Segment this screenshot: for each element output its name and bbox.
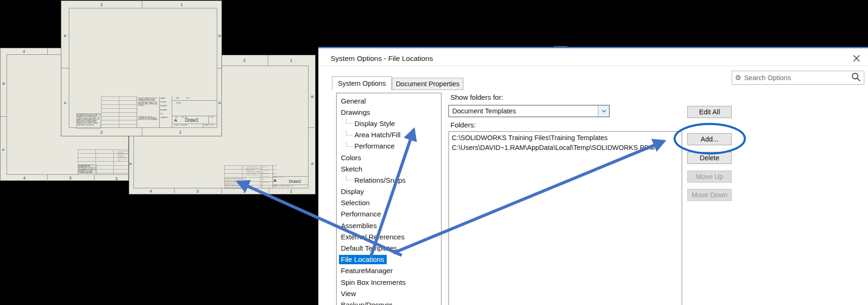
tree-elbow xyxy=(346,176,353,180)
drawing-sheet-draw1: 2 1 B A B A 2 1 UNLESS OTHERWISE SPECIFI… xyxy=(61,0,222,136)
zone-label: 3 xyxy=(69,176,71,180)
title-block-note: PROPRIETARY AND CONFIDENTIAL THE INFORMA… xyxy=(76,113,101,129)
title-block-line xyxy=(172,100,217,101)
drawing-name: Draw2 xyxy=(289,179,301,184)
title-block-note: UNLESS OTHERWISE SPECIFIED: DIMENSIONS A… xyxy=(118,150,129,164)
tree-item-sketch[interactable]: Sketch xyxy=(337,163,441,174)
tree-elbow xyxy=(346,131,353,135)
sheet-margin-line xyxy=(7,174,129,175)
zone-label: 4 xyxy=(22,49,25,54)
tree-item-label: General xyxy=(341,97,366,105)
zone-label: 1 xyxy=(179,130,181,134)
zone-label: A xyxy=(129,162,132,166)
zone-tick xyxy=(268,55,268,66)
tree-item-backup-recover[interactable]: Backup/Recover xyxy=(337,299,441,305)
tree-item-colors[interactable]: Colors xyxy=(337,152,441,163)
tree-item-assemblies[interactable]: Assemblies xyxy=(337,220,441,231)
title-block-note: PROPRIETARY AND CONFIDENTIAL THE INFORMA… xyxy=(78,164,97,175)
tree-item-performance[interactable]: Performance xyxy=(337,141,441,152)
zone-label: 2 xyxy=(100,130,103,134)
zone-tick xyxy=(217,68,222,68)
tree-item-area-hatch-fill[interactable]: Area Hatch/Fill xyxy=(337,129,441,141)
title-block-row-label: MFG APPR. xyxy=(160,109,172,113)
move-up-button: Move Up xyxy=(687,171,732,183)
tree-item-spin-box-increments[interactable]: Spin Box Increments xyxy=(337,276,441,288)
zone-label: 2 xyxy=(100,2,103,7)
zone-label: 2 xyxy=(243,189,245,193)
tree-elbow xyxy=(346,119,353,124)
tree-item-label: Sketch xyxy=(341,165,362,173)
tree-item-view[interactable]: View xyxy=(337,288,441,299)
zone-label: 2 xyxy=(115,176,118,181)
tree-item-label: Colors xyxy=(341,154,361,162)
tree-item-performance[interactable]: Performance xyxy=(337,208,441,220)
zone-label: A xyxy=(218,101,221,105)
tree-item-selection[interactable]: Selection xyxy=(337,197,441,208)
tree-item-display-style[interactable]: Display Style xyxy=(337,118,441,129)
delete-button[interactable]: Delete xyxy=(687,152,732,164)
tree-item-general[interactable]: General xyxy=(337,95,441,106)
zone-label: 2 xyxy=(243,58,245,63)
edit-all-button[interactable]: Edit All xyxy=(687,106,732,118)
search-input[interactable]: ⚙ Search Options xyxy=(732,71,864,85)
tab-document-properties[interactable]: Document Properties xyxy=(392,78,463,90)
zone-label: 1 xyxy=(180,2,183,7)
title-block-row-label: Q.A. xyxy=(160,113,172,117)
folder-path-item[interactable]: C:\Users\DAVID~1.RAM\AppData\Local\Temp\… xyxy=(449,143,682,153)
dropdown-value: Document Templates xyxy=(449,107,598,115)
tree-item-label: View xyxy=(341,290,356,298)
tree-elbow xyxy=(346,142,353,147)
tree-item-label: Area Hatch/Fill xyxy=(354,131,400,139)
zone-label: A xyxy=(64,101,66,105)
zone-tick xyxy=(0,116,7,117)
tree-item-featuremanager[interactable]: FeatureManager xyxy=(337,265,441,276)
tree-item-label: Selection xyxy=(341,199,370,207)
tree-item-label: Performance xyxy=(341,210,381,218)
title-block-header: REV xyxy=(211,117,216,119)
show-folders-dropdown[interactable]: Document Templates xyxy=(449,105,610,117)
title-block-row-label: DRAWN xyxy=(160,97,172,101)
zone-tick xyxy=(47,174,48,181)
chevron-down-icon[interactable] xyxy=(598,105,609,117)
zone-tick xyxy=(94,174,95,181)
tab-system-options[interactable]: System Options xyxy=(332,76,392,90)
drawing-name: Draw1 xyxy=(185,118,199,123)
folders-list[interactable]: C:\SOLIDWORKS Training Files\Training Te… xyxy=(449,131,682,305)
title-block-header: DATE xyxy=(186,97,193,100)
zone-tick xyxy=(221,188,222,195)
tree-item-label: Backup/Recover xyxy=(341,301,392,305)
tree-item-drawings[interactable]: Drawings xyxy=(337,106,441,118)
tree-item-default-templates[interactable]: Default Templates xyxy=(337,242,441,253)
title-block-row-label: COMMENTS: xyxy=(160,117,172,120)
title-block-note: PROPRIETARY AND CONFIDENTIAL THE INFORMA… xyxy=(224,178,246,189)
zone-label: 4 xyxy=(23,176,25,180)
tree-item-label: Display xyxy=(341,187,364,195)
tree-item-file-locations[interactable]: File Locations xyxy=(337,254,441,265)
tree-item-label: Default Templates xyxy=(341,244,397,252)
tree-item-display[interactable]: Display xyxy=(337,186,441,197)
sheet-size-letter: A xyxy=(174,118,177,123)
tree-item-relations-snaps[interactable]: Relations/Snaps xyxy=(337,174,441,186)
tree-item-external-references[interactable]: External References xyxy=(337,231,441,242)
zone-label: 4 xyxy=(149,189,152,193)
folder-path-item[interactable]: C:\SOLIDWORKS Training Files\Training Te… xyxy=(449,133,682,143)
search-icon xyxy=(851,72,861,84)
close-icon[interactable] xyxy=(852,54,861,63)
zone-tick xyxy=(142,128,142,137)
title-block-row-label: CHECKED xyxy=(160,101,172,105)
title-block-note: INTERPRET GEOMETRIC TOLERANCING PER: MAT… xyxy=(138,116,159,127)
title-block-note: UNLESS OTHERWISE SPECIFIED: DIMENSIONS A… xyxy=(246,166,261,179)
divider xyxy=(318,66,868,66)
title-block-rows: DRAWNCHECKEDENG APPR.MFG APPR.Q.A.COMMEN… xyxy=(263,166,272,185)
zone-label: B xyxy=(64,34,66,38)
zone-tick xyxy=(309,127,316,128)
tree-item-label: Drawings xyxy=(341,108,370,116)
zone-tick xyxy=(142,1,142,8)
show-folders-label: Show folders for: xyxy=(450,93,503,101)
title-block-header: NAME xyxy=(176,97,183,100)
title-block-scale: SCALE: 1:2 WEIGHT: SHEET 1 OF 1 xyxy=(273,186,308,188)
add-button[interactable]: Add... xyxy=(687,133,732,145)
zone-label: 1 xyxy=(290,189,292,193)
title-block-grid xyxy=(101,97,137,128)
folders-label: Folders: xyxy=(450,121,476,129)
